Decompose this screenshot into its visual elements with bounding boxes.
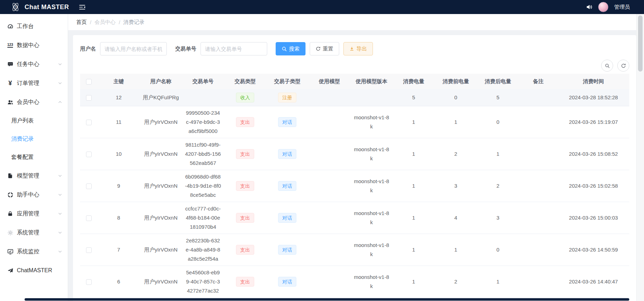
cell-select: [80, 89, 98, 106]
cell-remark: [519, 234, 558, 266]
sidebar-subitem[interactable]: 用户列表: [0, 112, 68, 130]
sidebar-item-dashboard[interactable]: 工作台: [0, 17, 68, 36]
cell-txn: 99950500-234c-497e-b9dc-3a6cf9bf5000: [182, 106, 224, 138]
cell-time: 2024-03-26 15:02:58: [558, 170, 629, 202]
sidebar-item-monitor[interactable]: 系统监控: [0, 242, 68, 261]
username-input[interactable]: [100, 42, 167, 55]
cell-id: 8: [98, 202, 140, 234]
sidebar-subitem[interactable]: 消费记录: [0, 130, 68, 148]
sidebar-subitem-label: 套餐配置: [11, 154, 34, 161]
reset-button[interactable]: 重置: [310, 42, 339, 55]
cell-id: 10: [98, 138, 140, 170]
transaction-type-tag: 支出: [236, 117, 254, 127]
cell-txn: 9811cf90-49f9-4207-bbd5-156562eab567: [182, 138, 224, 170]
cell-power-after: 1: [477, 266, 519, 297]
breadcrumb-item: 会员中心: [94, 19, 116, 26]
row-checkbox[interactable]: [86, 95, 92, 101]
cell-id: 11: [98, 106, 140, 138]
content-card: 用户名 交易单号 搜索 重置: [73, 35, 636, 301]
sidebar-item-label: 模型管理: [17, 172, 39, 180]
sidebar-item-label: 工作台: [17, 23, 34, 30]
breadcrumb: 首页/会员中心/消费记录: [68, 14, 636, 30]
cell-type: 支出: [224, 234, 266, 266]
breadcrumb-item[interactable]: 首页: [76, 19, 87, 26]
horizontal-scrollbar-thumb[interactable]: [25, 298, 629, 301]
sidebar-item-document[interactable]: 模型管理: [0, 166, 68, 185]
cell-power: 1: [393, 234, 435, 266]
refresh-icon: [316, 46, 321, 51]
transaction-type-tag: 支出: [236, 149, 254, 159]
sidebar-item-yen[interactable]: ¥订单管理: [0, 74, 68, 93]
row-checkbox[interactable]: [86, 247, 92, 253]
sidebar-item-users[interactable]: 会员中心: [0, 93, 68, 112]
cell-remark: [519, 266, 558, 297]
cell-time: 2024-03-26 15:08:52: [558, 138, 629, 170]
cell-power: 5: [393, 89, 435, 106]
cell-power: 1: [393, 202, 435, 234]
cell-subtype: 对话: [266, 234, 308, 266]
txn-input[interactable]: [201, 42, 267, 55]
cell-model: [308, 266, 350, 297]
cell-id: 12: [98, 89, 140, 106]
cell-user: 用户KQFuIPRg: [140, 89, 182, 106]
cell-remark: [519, 89, 558, 106]
sidebar-item-gear[interactable]: 系统管理: [0, 223, 68, 242]
navbar-right: 管理员: [586, 2, 630, 12]
transaction-subtype-tag: 对话: [278, 245, 296, 255]
cell-power: 1: [393, 106, 435, 138]
search-button[interactable]: 搜索: [276, 42, 305, 55]
cell-power-before: 2: [435, 266, 477, 297]
chevron-down-icon: [58, 230, 62, 235]
cell-version: moonshot-v1-8k: [350, 266, 393, 297]
cell-type: 支出: [224, 170, 266, 202]
reset-button-label: 重置: [323, 46, 333, 52]
toggle-search-button[interactable]: [601, 60, 613, 72]
refresh-table-button[interactable]: [617, 60, 629, 72]
user-avatar[interactable]: [598, 2, 609, 12]
breadcrumb-separator: /: [119, 19, 120, 25]
breadcrumb-separator: /: [90, 19, 91, 25]
cell-power-before: 0: [435, 89, 477, 106]
table-row: 6用户yIrVOxnN5e4560c8-eb99-40c7-857c-34272…: [80, 266, 629, 297]
vertical-scrollbar-thumb[interactable]: [638, 15, 643, 72]
column-header: 交易类型: [224, 74, 266, 89]
cell-user: 用户yIrVOxnN: [140, 170, 182, 202]
row-checkbox[interactable]: [86, 279, 92, 285]
sidebar-item-paper-plane[interactable]: ChatMASTER: [0, 261, 68, 280]
sidebar-item-lock[interactable]: 应用管理: [0, 204, 68, 223]
cell-select: [80, 138, 98, 170]
export-button-label: 导出: [356, 46, 367, 52]
row-checkbox[interactable]: [86, 183, 92, 189]
table-row: 12用户KQFuIPRg收入注册5052024-03-28 18:52:28: [80, 89, 629, 106]
cell-txn: 6b0968d0-df68-4b19-9d1e-8f08ce5e5abc: [182, 170, 224, 202]
cell-user: 用户yIrVOxnN: [140, 202, 182, 234]
column-header: 用户名称: [140, 74, 182, 89]
export-button[interactable]: 导出: [343, 42, 373, 55]
sidebar-item-label: 订单管理: [17, 80, 39, 87]
sound-icon[interactable]: [586, 4, 592, 10]
download-icon: [349, 46, 354, 51]
table-row: 8用户yIrVOxnNccfcc777-cd0c-4f68-b184-00e18…: [80, 202, 629, 234]
cell-power-after: 5: [477, 89, 519, 106]
row-checkbox[interactable]: [86, 152, 92, 157]
cell-power-before: 2: [435, 138, 477, 170]
cell-power-before: 3: [435, 170, 477, 202]
cell-id: 9: [98, 170, 140, 202]
filter-form: 用户名 交易单号 搜索 重置: [80, 42, 629, 55]
collapse-menu-icon[interactable]: [79, 4, 86, 10]
sidebar-item-chat[interactable]: 任务中心: [0, 55, 68, 74]
select-all-checkbox[interactable]: [86, 79, 92, 85]
cell-remark: [519, 138, 558, 170]
column-header: 交易单号: [182, 74, 224, 89]
cell-power-before: 4: [435, 202, 477, 234]
row-checkbox[interactable]: [86, 215, 92, 221]
select-all-header: [80, 74, 98, 89]
sidebar-item-data[interactable]: 123数据中心: [0, 36, 68, 55]
sidebar-subitem[interactable]: 套餐配置: [0, 148, 68, 166]
vertical-scrollbar[interactable]: [636, 14, 644, 301]
cell-time: 2024-03-26 15:00:03: [558, 202, 629, 234]
cell-subtype: 对话: [266, 266, 308, 297]
row-checkbox[interactable]: [86, 120, 92, 125]
users-icon: [7, 99, 14, 105]
sidebar-item-aperture[interactable]: 助手中心: [0, 185, 68, 204]
